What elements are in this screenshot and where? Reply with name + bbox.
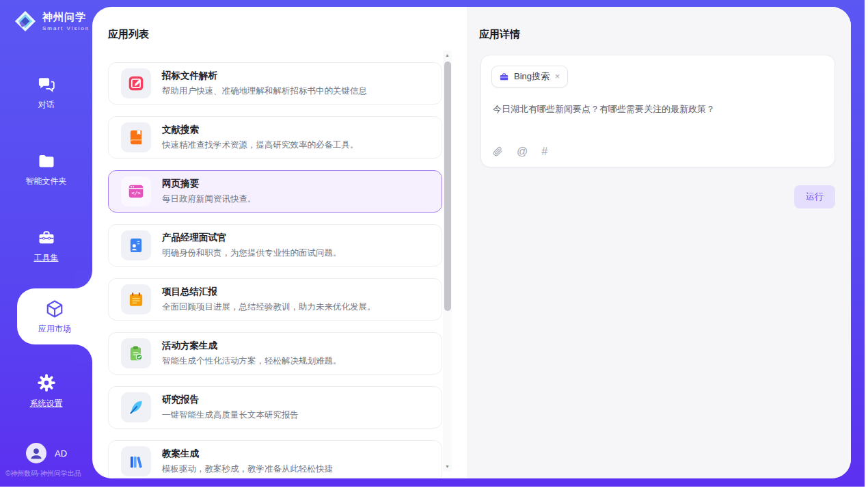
run-button[interactable]: 运行 [794, 185, 835, 208]
card-title: 研究报告 [162, 394, 299, 406]
sidebar-item-app-market[interactable]: 应用市场 [17, 288, 92, 344]
app-frame: 神州问学 Smart Vision 对话 智能文件夹 [0, 0, 865, 487]
clipboard-check-icon [121, 338, 151, 368]
sidebar-item-toolset[interactable]: 工具集 [0, 228, 92, 264]
scrollbar-track[interactable]: ▲ ▼ [443, 51, 452, 472]
sidebar-item-label: 对话 [38, 99, 55, 111]
briefcase-icon [499, 72, 509, 82]
scrollbar-thumb[interactable] [444, 62, 451, 311]
card-title: 文献搜索 [162, 124, 359, 136]
logo-title: 神州问学 [42, 11, 90, 24]
mention-at-icon[interactable]: @ [517, 146, 528, 157]
card-desc: 模板驱动，教案秒成，教学准备从此轻松快捷 [162, 463, 333, 475]
app-card-literature-search[interactable]: 文献搜索 快速精准查找学术资源，提高研究效率的必备工具。 [108, 116, 442, 159]
sidebar-item-settings[interactable]: 系统设置 [0, 372, 92, 409]
chip-close-icon[interactable]: × [554, 72, 560, 81]
app-list-title: 应用列表 [108, 28, 149, 41]
card-desc: 快速精准查找学术资源，提高研究效率的必备工具。 [162, 139, 359, 151]
app-card-lesson-plan[interactable]: 教案生成 模板驱动，教案秒成，教学准备从此轻松快捷 [108, 440, 442, 478]
folder-icon [37, 152, 56, 171]
app-card-project-summary[interactable]: 项目总结汇报 全面回顾项目进展，总结经验教训，助力未来优化发展。 [108, 278, 442, 321]
logo-subtitle: Smart Vision [42, 25, 90, 31]
app-card-list: 招标文件解析 帮助用户快速、准确地理解和解析招标书中的关键信息 文献搜索 快速精… [108, 51, 442, 478]
hash-icon[interactable]: # [541, 146, 547, 157]
svg-text:</>: </> [131, 190, 141, 196]
app-card-research-report[interactable]: 研究报告 一键智能生成高质量长文本研究报告 [108, 386, 442, 429]
toolbox-icon [37, 228, 56, 247]
card-desc: 明确身份和职责，为您提供专业性的面试问题。 [162, 247, 342, 259]
prompt-card: Bing搜索 × 今日湖北有哪些新闻要点？有哪些需要关注的最新政策？ @ # [480, 55, 835, 167]
user-account[interactable]: AD [26, 443, 67, 463]
avatar [26, 443, 46, 463]
card-desc: 智能生成个性化活动方案，轻松解决规划难题。 [162, 355, 342, 367]
quill-pen-icon [121, 392, 151, 422]
book-icon [121, 122, 151, 152]
chat-icon [37, 75, 56, 94]
card-title: 项目总结汇报 [162, 286, 376, 298]
prompt-text[interactable]: 今日湖北有哪些新闻要点？有哪些需要关注的最新政策？ [493, 103, 821, 116]
tab-notch [74, 344, 92, 362]
card-title: 产品经理面试官 [162, 232, 342, 244]
attachment-toolbar: @ # [493, 146, 547, 157]
app-detail-title: 应用详情 [479, 28, 520, 41]
card-title: 教案生成 [162, 448, 333, 460]
sidebar-item-label: 智能文件夹 [26, 176, 67, 187]
copyright-text: ©神州数码·神州问学出品 [5, 469, 81, 478]
cube-icon [44, 299, 65, 319]
tab-notch [74, 271, 92, 288]
main-content: 应用列表 招标文件解析 帮助用户快速、准确地理解和解析招标书中的关键信息 [92, 7, 851, 478]
calendar-note-icon [121, 284, 151, 314]
app-card-web-summary[interactable]: </> 网页摘要 每日政府新闻资讯快查。 [108, 170, 442, 213]
card-desc: 每日政府新闻资讯快查。 [162, 193, 256, 205]
sidebar-item-label: 系统设置 [30, 398, 63, 409]
card-title: 活动方案生成 [162, 340, 342, 352]
sidebar: 神州问学 Smart Vision 对话 智能文件夹 [0, 0, 92, 487]
app-card-bid-parse[interactable]: 招标文件解析 帮助用户快速、准确地理解和解析招标书中的关键信息 [108, 62, 442, 105]
app-card-pm-interviewer[interactable]: 产品经理面试官 明确身份和职责，为您提供专业性的面试问题。 [108, 224, 442, 267]
card-desc: 全面回顾项目进展，总结经验教训，助力未来优化发展。 [162, 301, 376, 313]
sidebar-item-label: 应用市场 [38, 323, 71, 335]
scrollbar-down-arrow[interactable]: ▼ [443, 462, 452, 472]
logo-diamond-icon [12, 8, 38, 34]
app-detail-panel: 应用详情 Bing搜索 × 今日湖北有哪些新闻要点？有哪些需要关注的最新政策？ [467, 7, 851, 478]
sidebar-item-chat[interactable]: 对话 [0, 75, 92, 111]
card-title: 网页摘要 [162, 178, 256, 190]
scrollbar-up-arrow[interactable]: ▲ [443, 51, 452, 60]
app-card-activity-plan[interactable]: 活动方案生成 智能生成个性化活动方案，轻松解决规划难题。 [108, 332, 442, 375]
user-initials: AD [55, 448, 67, 459]
card-desc: 帮助用户快速、准确地理解和解析招标书中的关键信息 [162, 85, 367, 97]
doc-edit-icon [121, 68, 151, 98]
interviewer-doc-icon [121, 230, 151, 260]
card-title: 招标文件解析 [162, 70, 367, 82]
paperclip-icon[interactable] [493, 146, 503, 157]
books-icon [121, 446, 151, 476]
card-desc: 一键智能生成高质量长文本研究报告 [162, 409, 299, 421]
app-logo: 神州问学 Smart Vision [12, 8, 90, 34]
gear-icon [36, 372, 57, 393]
sidebar-item-smart-folder[interactable]: 智能文件夹 [0, 152, 92, 187]
tool-chip-label: Bing搜索 [514, 70, 550, 83]
browser-code-icon: </> [121, 176, 151, 206]
tool-chip-bing-search[interactable]: Bing搜索 × [491, 66, 568, 87]
sidebar-item-label: 工具集 [34, 252, 59, 264]
